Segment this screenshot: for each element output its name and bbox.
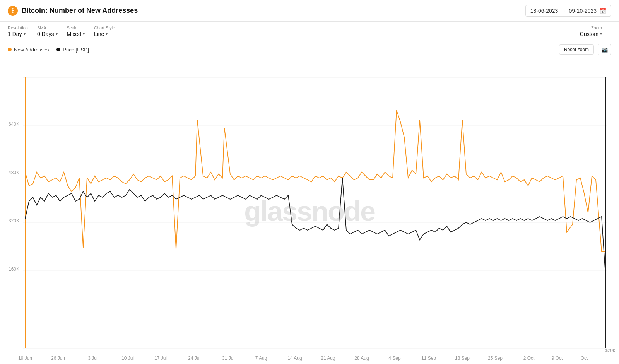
controls-bar: Resolution 1 Day ▾ SMA 0 Days ▾ Scale Mi… (0, 22, 619, 41)
svg-text:4 Sep: 4 Sep (388, 355, 401, 361)
date-arrow: → (561, 8, 566, 14)
svg-text:10 Jul: 10 Jul (121, 355, 134, 361)
zoom-label: Zoom (591, 26, 602, 30)
legend-price: Price [USD] (56, 47, 89, 53)
legend-actions: Reset zoom 📷 (559, 44, 611, 55)
zoom-chevron: ▾ (600, 32, 602, 36)
reset-zoom-button[interactable]: Reset zoom (559, 44, 594, 55)
chart-svg: 640K 480K 320K 160K $20k 19 Jun 26 Jun 3… (0, 58, 619, 364)
svg-text:Oct: Oct (581, 355, 588, 361)
zoom-control: Zoom Custom ▾ (580, 26, 608, 37)
chart-style-control: Chart Style Line ▾ (94, 26, 121, 37)
svg-text:28 Aug: 28 Aug (354, 355, 369, 361)
screenshot-button[interactable]: 📷 (598, 44, 611, 55)
header-left: ₿ Bitcoin: Number of New Addresses (8, 6, 138, 16)
svg-text:14 Aug: 14 Aug (287, 355, 302, 361)
legend-new-addresses: New Addresses (8, 47, 49, 53)
svg-text:640K: 640K (9, 121, 19, 127)
scale-value: Mixed (67, 31, 81, 37)
svg-text:2 Oct: 2 Oct (523, 355, 535, 361)
page-title: Bitcoin: Number of New Addresses (22, 7, 138, 15)
btc-icon: ₿ (8, 6, 18, 16)
svg-text:25 Sep: 25 Sep (488, 355, 503, 361)
svg-text:9 Oct: 9 Oct (552, 355, 563, 361)
svg-text:320K: 320K (9, 218, 19, 224)
new-addresses-dot (8, 48, 12, 51)
svg-text:480K: 480K (9, 170, 19, 175)
svg-text:26 Jun: 26 Jun (51, 355, 65, 361)
sma-label: SMA (37, 26, 58, 30)
svg-text:7 Aug: 7 Aug (255, 355, 267, 361)
date-start: 18-06-2023 (530, 8, 558, 14)
chart-style-value: Line (94, 31, 104, 37)
zoom-dropdown[interactable]: Custom ▾ (580, 31, 602, 37)
chart-style-dropdown[interactable]: Line ▾ (94, 31, 115, 37)
scale-label: Scale (67, 26, 85, 30)
sma-control: SMA 0 Days ▾ (37, 26, 64, 37)
resolution-control: Resolution 1 Day ▾ (8, 26, 34, 37)
price-line (25, 178, 605, 275)
resolution-label: Resolution (8, 26, 28, 30)
date-range-picker[interactable]: 18-06-2023 → 09-10-2023 📅 (525, 5, 611, 17)
svg-text:17 Jul: 17 Jul (154, 355, 167, 361)
scale-control: Scale Mixed ▾ (67, 26, 91, 37)
new-addresses-line (25, 110, 605, 251)
svg-text:$20k: $20k (605, 348, 616, 353)
sma-dropdown[interactable]: 0 Days ▾ (37, 31, 58, 37)
date-end: 09-10-2023 (569, 8, 597, 14)
svg-text:21 Aug: 21 Aug (321, 355, 335, 361)
scale-chevron: ▾ (83, 32, 85, 36)
zoom-value: Custom (580, 31, 598, 37)
legend-bar: New Addresses Price [USD] Reset zoom 📷 (0, 41, 619, 58)
svg-text:3 Jul: 3 Jul (88, 355, 97, 361)
svg-text:11 Sep: 11 Sep (421, 355, 436, 361)
svg-text:19 Jun: 19 Jun (18, 355, 32, 361)
svg-text:24 Jul: 24 Jul (188, 355, 200, 361)
header: ₿ Bitcoin: Number of New Addresses 18-06… (0, 0, 619, 22)
scale-dropdown[interactable]: Mixed ▾ (67, 31, 85, 37)
sma-value: 0 Days (37, 31, 54, 37)
price-label: Price [USD] (63, 47, 89, 53)
calendar-icon: 📅 (600, 8, 606, 14)
chart-style-chevron: ▾ (106, 32, 108, 36)
price-dot (56, 48, 60, 51)
resolution-dropdown[interactable]: 1 Day ▾ (8, 31, 28, 37)
chart-style-label: Chart Style (94, 26, 115, 30)
new-addresses-label: New Addresses (14, 47, 49, 53)
svg-text:18 Sep: 18 Sep (455, 355, 470, 361)
resolution-value: 1 Day (8, 31, 22, 37)
svg-text:31 Jul: 31 Jul (222, 355, 234, 361)
chart-area: glassnode 640K 480K 320K 160K $20k 19 Ju… (0, 58, 619, 364)
sma-chevron: ▾ (56, 32, 58, 36)
resolution-chevron: ▾ (24, 32, 26, 36)
svg-text:160K: 160K (9, 267, 19, 272)
legend-items: New Addresses Price [USD] (8, 47, 89, 53)
